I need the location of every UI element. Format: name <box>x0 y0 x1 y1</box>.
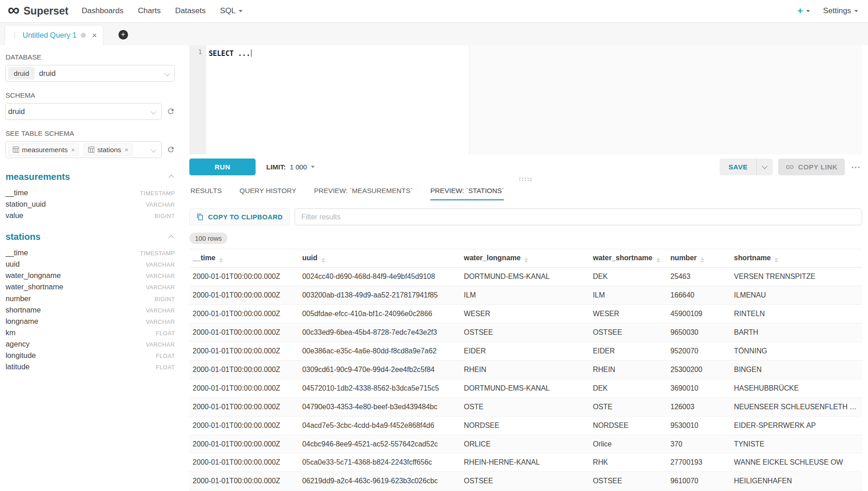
table-tag[interactable]: measurements × <box>8 144 79 155</box>
sort-icon[interactable] <box>774 258 778 263</box>
row-count-badge: 100 rows <box>189 233 227 244</box>
remove-table-icon[interactable]: × <box>124 146 128 154</box>
cell-number: 27700193 <box>667 453 730 472</box>
tab-preview-measurements[interactable]: PREVIEW: `MEASUREMENTS` <box>314 187 413 200</box>
table-tag[interactable]: stations × <box>84 144 133 155</box>
table-row[interactable]: 2000-01-01T00:00:00.000Z 00c33ed9-6bea-4… <box>189 323 862 342</box>
column-header[interactable]: shortname <box>731 249 862 268</box>
results-table: __time uuid water_longname <box>189 249 862 491</box>
column-header[interactable]: uuid <box>299 249 460 268</box>
drag-handle-icon[interactable]: ⋮ <box>11 31 18 40</box>
cell-shortname: RINTELN <box>731 304 862 323</box>
tab-preview-stations[interactable]: PREVIEW: `STATIONS` <box>430 187 504 200</box>
cell-time: 2000-01-01T00:00:00.000Z <box>189 342 299 360</box>
table-section-measurements[interactable]: measurements <box>5 172 175 182</box>
column-header-label: water_shortname <box>593 254 652 262</box>
editor-code-area[interactable]: SELECT ... <box>206 45 862 154</box>
cell-water-shortname: NORDSEE <box>590 416 667 435</box>
database-select[interactable]: druid druid <box>5 65 175 82</box>
filter-results-input[interactable] <box>295 208 862 225</box>
more-options-button[interactable]: ... <box>850 160 862 174</box>
pane-resize-handle[interactable] <box>189 175 862 184</box>
column-header[interactable]: number <box>667 249 730 268</box>
column-header[interactable]: water_longname <box>461 249 590 268</box>
link-icon <box>785 163 794 172</box>
table-row[interactable]: 2000-01-01T00:00:00.000Z 0309cd61-90c9-4… <box>189 360 862 379</box>
table-row[interactable]: 2000-01-01T00:00:00.000Z 04790e03-4353-4… <box>189 397 862 416</box>
column-type: FLOAT <box>156 364 175 371</box>
cell-number: 9650030 <box>667 323 730 342</box>
sort-icon[interactable] <box>219 258 223 263</box>
copy-link-label: COPY LINK <box>798 163 838 171</box>
cell-water-shortname: OSTSEE <box>590 472 667 491</box>
cell-shortname: HEILIGENHAFEN <box>731 472 862 491</box>
tab-query-history[interactable]: QUERY HISTORY <box>240 187 296 200</box>
sort-icon[interactable] <box>321 258 325 263</box>
table-select[interactable]: measurements × stations × <box>5 141 162 159</box>
unsaved-indicator-icon <box>81 33 86 38</box>
table-row[interactable]: 2000-01-01T00:00:00.000Z 04acd7e5-3cbc-4… <box>189 416 862 435</box>
save-button[interactable]: SAVE <box>720 159 756 175</box>
settings-menu[interactable]: Settings <box>823 6 858 15</box>
limit-value: 1 000 <box>290 163 307 171</box>
sort-icon[interactable] <box>656 258 660 263</box>
table-row[interactable]: 2000-01-01T00:00:00.000Z 06219dd9-a2c4-4… <box>189 472 862 491</box>
brand-name[interactable]: Superset <box>24 5 69 17</box>
tab-results[interactable]: RESULTS <box>190 187 222 200</box>
column-header-label: shortname <box>734 254 771 262</box>
copy-to-clipboard-button[interactable]: COPY TO CLIPBOARD <box>189 208 290 225</box>
limit-dropdown[interactable]: LIMIT: 1 000 <box>266 163 314 171</box>
nav-sql-label: SQL <box>220 6 236 15</box>
cell-water-longname: RHEIN <box>461 360 590 379</box>
table-section-stations[interactable]: stations <box>5 232 175 242</box>
schema-select[interactable]: druid <box>5 103 162 120</box>
table-row[interactable]: 2000-01-01T00:00:00.000Z 04cbc946-8ee9-4… <box>189 435 862 453</box>
column-row: water_longname VARCHAR <box>5 270 175 281</box>
column-name: uuid <box>5 260 20 268</box>
cell-uuid: 04572010-1db2-4338-8562-b3dca5e715c5 <box>299 379 460 397</box>
copy-link-button[interactable]: COPY LINK <box>778 159 845 175</box>
editor-toolbar: RUN LIMIT: 1 000 SAVE COPY LINK ... <box>189 159 862 175</box>
nav-sql-menu[interactable]: SQL <box>220 6 242 15</box>
cell-time: 2000-01-01T00:00:00.000Z <box>189 286 299 305</box>
refresh-schemas-button[interactable] <box>167 107 175 115</box>
refresh-tables-button[interactable] <box>167 145 175 154</box>
navbar-right: + Settings <box>797 5 858 16</box>
column-type: FLOAT <box>156 352 175 359</box>
superset-logo-icon[interactable]: ∞ <box>8 2 20 19</box>
table-row[interactable]: 2000-01-01T00:00:00.000Z 005dfdae-efcc-4… <box>189 304 862 323</box>
cell-shortname: EIDER-SPERRWERK AP <box>731 416 862 435</box>
add-tab-button[interactable]: + <box>118 30 128 40</box>
new-menu[interactable]: + <box>797 5 809 16</box>
caret-down-icon <box>854 10 858 12</box>
cell-water-longname: ILM <box>461 286 590 305</box>
limit-label: LIMIT: <box>266 163 286 171</box>
cell-number: 9610070 <box>667 472 730 491</box>
column-type: VARCHAR <box>146 273 175 279</box>
remove-table-icon[interactable]: × <box>71 146 75 154</box>
table-row[interactable]: 2000-01-01T00:00:00.000Z 05ca0e33-5c71-4… <box>189 453 862 472</box>
cell-water-longname: DORTMUND-EMS-KANAL <box>461 268 590 286</box>
table-row[interactable]: 2000-01-01T00:00:00.000Z 00e386ac-e35c-4… <box>189 342 862 360</box>
sort-icon[interactable] <box>524 258 528 263</box>
query-tab-active[interactable]: ⋮ Untitled Query 1 × <box>5 25 104 45</box>
row-count-row: 100 rows <box>189 225 862 244</box>
table-row[interactable]: 2000-01-01T00:00:00.000Z 0024cc40-d690-4… <box>189 268 862 286</box>
sort-icon[interactable] <box>700 258 704 263</box>
sql-editor[interactable]: 1 SELECT ... <box>189 45 862 154</box>
text-cursor-icon <box>251 50 252 57</box>
nav-datasets[interactable]: Datasets <box>175 6 206 15</box>
cell-water-longname: OSTE <box>461 397 590 416</box>
table-row[interactable]: 2000-01-01T00:00:00.000Z 003200ab-d138-4… <box>189 286 862 305</box>
cell-water-longname: OSTSEE <box>461 472 590 491</box>
column-header[interactable]: water_shortname <box>590 249 667 268</box>
nav-charts[interactable]: Charts <box>138 6 161 15</box>
close-tab-icon[interactable]: × <box>92 30 97 40</box>
table-row[interactable]: 2000-01-01T00:00:00.000Z 04572010-1db2-4… <box>189 379 862 397</box>
nav-dashboards[interactable]: Dashboards <box>82 6 123 15</box>
column-header[interactable]: __time <box>189 249 299 268</box>
cell-uuid: 0309cd61-90c9-470e-99d4-2ee4fb2c5f84 <box>299 360 460 379</box>
cell-water-longname: DORTMUND-EMS-KANAL <box>461 379 590 397</box>
run-button[interactable]: RUN <box>189 159 256 175</box>
save-options-button[interactable] <box>756 159 772 175</box>
